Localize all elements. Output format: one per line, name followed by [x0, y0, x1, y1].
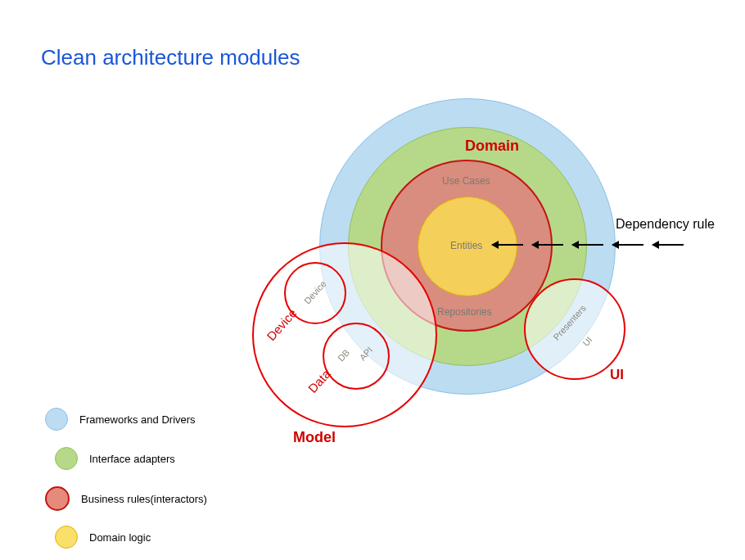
overlay-ui	[524, 278, 625, 380]
legend-swatch-2	[45, 486, 70, 511]
legend-swatch-1	[55, 447, 78, 470]
diagram-stage: Clean architecture modules Use Cases Rep…	[0, 0, 745, 560]
legend-item-3: Domain logic	[45, 526, 151, 549]
legend-text-2: Business rules(interactors)	[81, 493, 207, 505]
legend-swatch-3	[55, 526, 78, 549]
domain-label: Domain	[465, 138, 519, 155]
legend-item-1: Interface adapters	[45, 447, 175, 470]
legend-swatch-0	[45, 408, 68, 431]
legend-text-1: Interface adapters	[89, 453, 175, 465]
dependency-arrow-2	[532, 244, 563, 246]
model-label: Model	[293, 429, 336, 446]
dependency-arrow-1	[492, 244, 523, 246]
legend-text-0: Frameworks and Drivers	[79, 413, 196, 426]
legend-text-3: Domain logic	[89, 531, 151, 544]
dependency-rule-label: Dependency rule	[616, 217, 715, 232]
dependency-arrow-3	[572, 244, 603, 246]
ring-label-entities: Entities	[450, 240, 482, 251]
dependency-arrow-5	[652, 244, 684, 246]
diagram-title: Clean architecture modules	[41, 45, 300, 70]
ring-label-repositories: Repositories	[437, 306, 492, 318]
model-inner-data-circle	[323, 323, 390, 390]
legend-item-0: Frameworks and Drivers	[45, 408, 196, 431]
dependency-arrow-4	[612, 244, 643, 246]
legend-item-2: Business rules(interactors)	[45, 486, 207, 511]
ui-label: UI	[610, 367, 624, 383]
ring-label-use-cases: Use Cases	[442, 175, 490, 187]
